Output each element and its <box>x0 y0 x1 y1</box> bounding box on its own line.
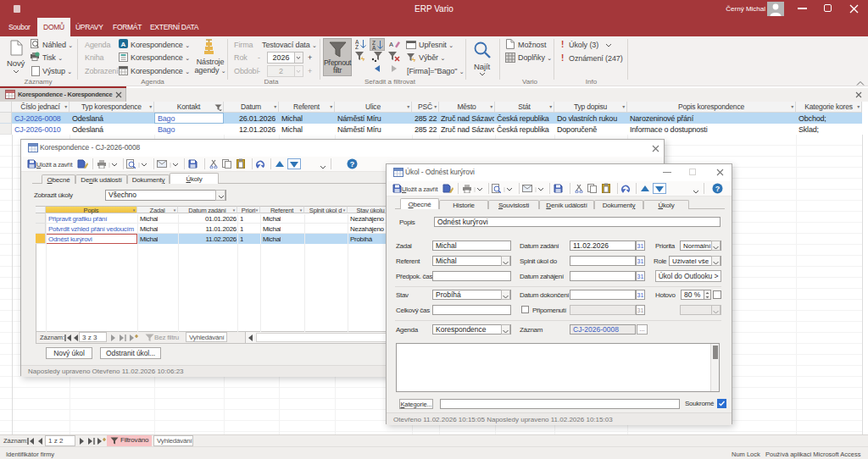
svg-text:A: A <box>372 45 376 50</box>
svg-text:A: A <box>121 41 126 48</box>
svg-text:?: ? <box>350 160 355 169</box>
svg-text:?: ? <box>715 185 721 193</box>
svg-text:ϟ: ϟ <box>412 56 416 63</box>
svg-text:ϟ: ϟ <box>361 55 365 62</box>
svg-text:A: A <box>389 41 393 48</box>
svg-text:Z: Z <box>355 44 359 49</box>
